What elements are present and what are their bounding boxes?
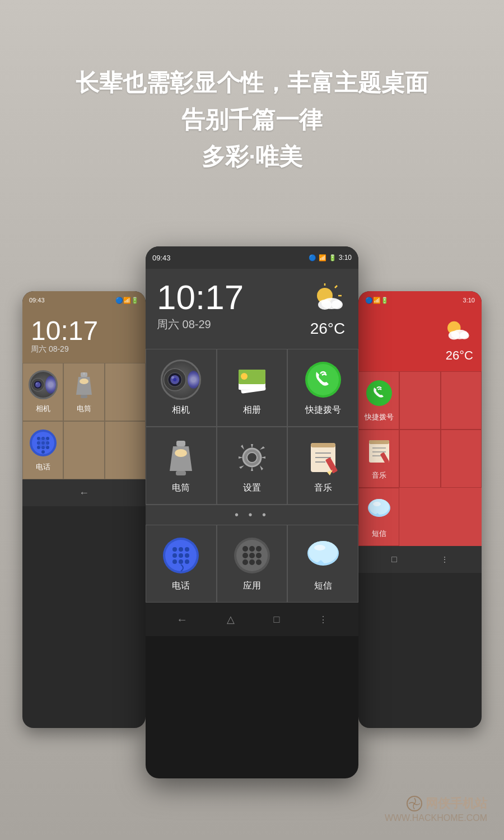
left-app-camera[interactable]: 相机 — [22, 363, 63, 421]
center-header: 10:17 周六 08-29 — [146, 269, 358, 349]
right-app-music[interactable]: 音乐 — [358, 430, 399, 488]
weather-icon — [308, 283, 347, 318]
svg-point-46 — [175, 449, 187, 457]
svg-point-76 — [249, 559, 255, 565]
svg-point-61 — [172, 553, 177, 558]
center-app-quickdial[interactable]: 快捷拨号 — [287, 349, 358, 427]
left-date: 周六 08-29 — [31, 344, 137, 354]
center-apps-icon — [232, 535, 272, 576]
svg-point-84 — [449, 331, 460, 339]
center-time-section: 10:17 周六 08-29 — [157, 280, 244, 332]
svg-point-73 — [249, 553, 255, 558]
svg-point-8 — [80, 379, 88, 384]
center-app-camera[interactable]: 相机 — [146, 349, 217, 427]
svg-point-86 — [366, 380, 392, 406]
svg-point-39 — [241, 373, 248, 380]
center-app-flashlight[interactable]: 电筒 — [146, 427, 217, 505]
svg-rect-7 — [81, 395, 87, 398]
center-date: 周六 08-29 — [157, 317, 244, 332]
center-status-icons: 🔵 📶 🔋 3:10 — [309, 254, 352, 262]
center-app-grid: 相机 相册 — [146, 349, 358, 505]
center-camera-label: 相机 — [172, 404, 190, 416]
svg-line-25 — [335, 286, 337, 288]
right-nav-more[interactable]: ⋮ — [441, 555, 449, 564]
center-nav-recent[interactable]: □ — [273, 614, 279, 626]
right-empty1 — [399, 371, 440, 430]
svg-point-80 — [314, 545, 325, 550]
right-empty2 — [441, 371, 482, 430]
svg-point-74 — [256, 553, 262, 558]
center-nav-more[interactable]: ⋮ — [319, 614, 328, 625]
center-music-icon — [303, 437, 343, 478]
watermark-name: 网侠手机站 — [426, 795, 487, 812]
right-app-grid: 快捷拨号 音乐 — [358, 371, 482, 546]
svg-point-63 — [185, 553, 189, 558]
svg-point-62 — [179, 553, 183, 558]
svg-point-75 — [242, 559, 248, 565]
svg-point-42 — [307, 364, 339, 395]
center-phone-icon — [161, 535, 201, 576]
headline-line2: 告别千篇一律 — [0, 104, 504, 136]
svg-point-48 — [247, 452, 257, 463]
center-app-settings[interactable]: 设置 — [217, 427, 288, 505]
right-app-sms[interactable]: 短信 — [358, 488, 399, 546]
svg-point-21 — [41, 450, 45, 454]
right-status-icons: 🔵📶🔋 — [365, 297, 389, 304]
left-app-phone[interactable]: 电话 — [22, 421, 63, 479]
watermark: 网侠手机站 WWW.HACKHOME.COM — [385, 795, 487, 823]
center-flashlight-icon — [161, 437, 201, 478]
center-flashlight-label: 电筒 — [172, 482, 190, 494]
center-nav-home[interactable]: △ — [227, 613, 235, 626]
phones-container: 09:43 🔵📶🔋 10:17 周六 08-29 — [22, 246, 482, 795]
svg-point-70 — [249, 546, 255, 552]
left-flashlight-icon — [69, 370, 99, 399]
svg-point-79 — [309, 541, 338, 563]
watermark-icon — [407, 796, 422, 811]
center-quickdial-label: 快捷拨号 — [305, 404, 341, 416]
left-app-flashlight[interactable]: 电筒 — [63, 363, 104, 421]
phone-left: 09:43 🔵📶🔋 10:17 周六 08-29 — [22, 291, 146, 728]
center-app-apps[interactable]: 应用 — [217, 525, 288, 603]
center-weather-temp: 26°C — [308, 320, 347, 338]
center-app-phone[interactable]: 电话 — [146, 525, 217, 603]
svg-rect-45 — [176, 471, 186, 475]
right-empty4 — [441, 430, 482, 488]
right-status-bar: 🔵📶🔋 3:10 — [358, 291, 482, 309]
center-photo-icon — [232, 360, 272, 400]
right-sms-label: 短信 — [372, 529, 386, 539]
left-nav-back[interactable]: ← — [79, 487, 89, 499]
right-quickdial-icon — [365, 379, 394, 408]
right-quickdial-label: 快捷拨号 — [365, 412, 394, 422]
center-app-music[interactable]: 音乐 — [287, 427, 358, 505]
center-app-grid-row3: 电话 — [146, 525, 358, 603]
center-weather-section: 26°C — [308, 280, 347, 338]
center-time: 10:17 — [157, 280, 244, 315]
left-app-grid: 相机 电筒 — [22, 363, 146, 479]
svg-rect-88 — [369, 440, 389, 444]
center-settings-label: 设置 — [243, 482, 261, 494]
left-app-empty — [105, 363, 146, 421]
watermark-url: WWW.HACKHOME.COM — [385, 813, 487, 823]
svg-point-65 — [179, 559, 183, 564]
left-status-time: 09:43 — [29, 297, 45, 304]
right-nav-bar: □ ⋮ — [358, 546, 482, 573]
left-camera-icon — [29, 370, 58, 399]
left-app-empty3 — [105, 421, 146, 479]
center-apps-label: 应用 — [243, 580, 261, 592]
center-app-sms[interactable]: 短信 — [287, 525, 358, 603]
right-empty3 — [399, 430, 440, 488]
center-app-photo[interactable]: 相册 — [217, 349, 288, 427]
right-header: 26°C — [358, 309, 482, 371]
left-phone-label: 电话 — [36, 462, 50, 472]
headline-line1: 长辈也需彰显个性，丰富主题桌面 — [0, 67, 504, 99]
center-quickdial-icon — [303, 360, 343, 400]
svg-point-58 — [172, 547, 177, 552]
left-status-bar: 09:43 🔵📶🔋 — [22, 291, 146, 309]
center-nav-back[interactable]: ← — [176, 613, 188, 626]
left-nav-bar: ← — [22, 479, 146, 506]
center-status-time: 09:43 — [152, 254, 171, 262]
left-time: 10:17 — [31, 318, 137, 344]
more-dots: • • • — [146, 505, 358, 525]
right-nav-recent[interactable]: □ — [391, 554, 397, 564]
right-app-quickdial[interactable]: 快捷拨号 — [358, 371, 399, 430]
